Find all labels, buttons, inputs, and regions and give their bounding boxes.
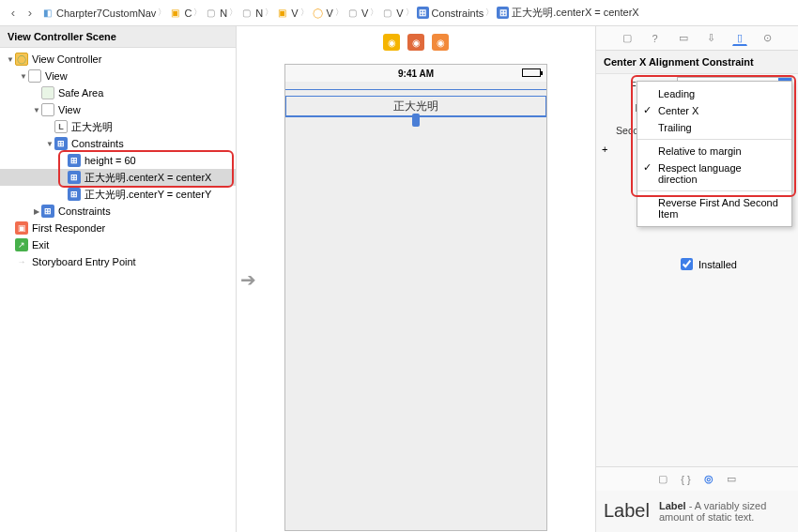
breadcrumb-item[interactable]: 〉▢V — [370, 7, 403, 19]
exit-icon[interactable]: ◉ — [432, 34, 449, 51]
identity-inspector-tab[interactable]: ▭ — [676, 31, 691, 46]
document-outline: View Controller Scene ▼◯View Controller▼… — [0, 26, 237, 532]
breadcrumb-item[interactable]: 〉◯V — [300, 7, 333, 19]
breadcrumb-item[interactable]: 〉⊞Constraints — [406, 7, 484, 19]
breadcrumb-item[interactable]: ◧Charpter7CustomNav — [41, 7, 156, 19]
breadcrumb-label: 正大光明.centerX = centerX — [512, 6, 638, 20]
outline-row[interactable]: ▶⊞Constraints — [0, 203, 236, 220]
size-inspector-tab[interactable]: ▯ — [732, 31, 747, 46]
device-frame[interactable]: 9:41 AM 正大光明 — [284, 64, 547, 531]
add-variation-button[interactable]: + — [602, 144, 607, 155]
folder-icon: ⊞ — [54, 137, 68, 150]
outline-row[interactable]: ↗Exit — [0, 236, 236, 253]
outline-tree[interactable]: ▼◯View Controller▼ViewSafe Area▼ViewL正大光… — [0, 48, 236, 273]
breadcrumb-label: V — [396, 8, 403, 19]
outline-row[interactable]: ▼◯View Controller — [0, 51, 236, 68]
breadcrumb-label: N — [220, 8, 227, 19]
connections-inspector-tab[interactable]: ⊙ — [760, 31, 775, 46]
outline-row-label: Exit — [32, 239, 49, 251]
outline-row[interactable]: ▼View — [0, 101, 236, 118]
attributes-inspector-tab[interactable]: ⇩ — [704, 31, 719, 46]
entry-icon: → — [15, 255, 28, 268]
breadcrumb-label: V — [291, 8, 298, 19]
popup-item[interactable]: Trailing — [637, 119, 791, 136]
file-inspector-tab[interactable]: ▢ — [620, 31, 635, 46]
breadcrumb-label: V — [361, 8, 368, 19]
popup-item[interactable]: Center X — [637, 102, 791, 119]
sb-icon: ◧ — [41, 7, 54, 19]
outline-row[interactable]: ⊞height = 60 — [0, 152, 236, 169]
back-button[interactable]: ‹ — [6, 6, 21, 20]
library-item-name: Label — [659, 500, 686, 511]
outline-row[interactable]: ▼View — [0, 68, 236, 84]
second-item-popup[interactable]: LeadingCenter XTrailingRelative to margi… — [637, 81, 792, 227]
breadcrumb-label: C — [184, 8, 192, 19]
outline-row[interactable]: ▣First Responder — [0, 220, 236, 236]
demo-label[interactable]: 正大光明 — [393, 99, 438, 114]
outline-row-label: 正大光明.centerX = centerX — [84, 171, 211, 185]
popup-item[interactable]: Relative to margin — [637, 143, 791, 160]
view-controller-icon[interactable]: ◉ — [383, 34, 400, 51]
breadcrumb-item[interactable]: 〉▢V — [335, 7, 368, 19]
outline-row-label: Constraints — [71, 138, 124, 149]
file-icon: ▢ — [381, 7, 393, 19]
first-responder-icon[interactable]: ◉ — [407, 34, 424, 51]
disclosure-triangle[interactable]: ▼ — [32, 106, 41, 114]
popup-item[interactable]: Reverse First And Second Item — [637, 194, 791, 222]
scene-icon: ◯ — [312, 7, 324, 19]
outline-row-label: 正大光明 — [71, 120, 113, 134]
outline-row-label: Safe Area — [58, 87, 103, 99]
label-icon: L — [54, 120, 68, 133]
nav-arrows: ‹ › — [6, 6, 38, 20]
file-template-tab[interactable]: ▢ — [658, 473, 668, 485]
folder-icon: ⊞ — [41, 205, 54, 218]
breadcrumb-label: V — [327, 8, 333, 19]
breadcrumb-item[interactable]: 〉▣V — [265, 7, 298, 19]
scene-dock: ◉ ◉ ◉ — [383, 34, 449, 51]
disclosure-triangle[interactable]: ▼ — [19, 72, 28, 81]
library-item[interactable]: Label Label - A variably sized amount of… — [596, 491, 798, 532]
outline-row[interactable]: ▼⊞Constraints — [0, 135, 236, 152]
con-icon: ⊞ — [68, 154, 81, 167]
breadcrumb-item[interactable]: 〉▢N — [193, 7, 227, 19]
popup-item[interactable]: Leading — [637, 85, 791, 102]
outline-row[interactable]: ⊞正大光明.centerY = centerY — [0, 186, 236, 203]
view-icon — [28, 69, 41, 83]
file-icon: ▢ — [205, 7, 217, 19]
breadcrumb-label: Charpter7CustomNav — [56, 8, 156, 19]
library-item-desc: Label - A variably sized amount of stati… — [659, 500, 790, 523]
battery-icon — [522, 68, 541, 77]
media-library-tab[interactable]: ▭ — [727, 473, 736, 485]
object-library-tab[interactable]: ◎ — [704, 473, 714, 485]
exit-icon: ↗ — [15, 238, 28, 251]
breadcrumb-item[interactable]: 〉▣C — [158, 7, 192, 19]
popup-item[interactable]: Respect language direction — [637, 160, 791, 188]
outline-row-label: First Responder — [32, 222, 105, 234]
inspector-tabs[interactable]: ▢ ? ▭ ⇩ ▯ ⊙ — [596, 26, 798, 51]
library-tabs[interactable]: ▢ { } ◎ ▭ — [596, 466, 798, 491]
outline-row[interactable]: →Storyboard Entry Point — [0, 253, 236, 270]
installed-checkbox[interactable] — [681, 258, 693, 270]
layout-guide-top — [285, 89, 546, 90]
outline-row[interactable]: L正大光明 — [0, 118, 236, 135]
breadcrumb-item[interactable]: 〉▢N — [229, 7, 263, 19]
breadcrumb-item[interactable]: 〉⊞正大光明.centerX = centerX — [485, 6, 638, 20]
installed-row: Installed — [596, 254, 798, 274]
con-icon: ⊞ — [68, 188, 81, 201]
forward-button[interactable]: › — [23, 6, 38, 20]
disclosure-triangle[interactable]: ▼ — [6, 55, 15, 64]
layout-guide-mid — [285, 116, 546, 117]
code-snippet-tab[interactable]: { } — [681, 474, 690, 485]
inspector-title: Center X Alignment Constraint — [596, 51, 798, 74]
outline-row[interactable]: Safe Area — [0, 84, 236, 101]
disclosure-triangle[interactable]: ▶ — [32, 207, 41, 216]
disclosure-triangle[interactable]: ▼ — [45, 140, 54, 148]
quick-help-tab[interactable]: ? — [648, 31, 663, 46]
canvas[interactable]: ➔ ◉ ◉ ◉ 9:41 AM 正大光明 — [237, 26, 595, 532]
status-bar: 9:41 AM — [285, 65, 546, 82]
con-icon: ⊞ — [68, 171, 81, 184]
breadcrumb-label: Constraints — [432, 8, 484, 19]
breadcrumb[interactable]: ◧Charpter7CustomNav〉▣C〉▢N〉▢N〉▣V〉◯V〉▢V〉▢V… — [41, 6, 639, 20]
outline-row[interactable]: ⊞正大光明.centerX = centerX — [0, 169, 236, 186]
outline-row-label: View Controller — [32, 53, 101, 65]
